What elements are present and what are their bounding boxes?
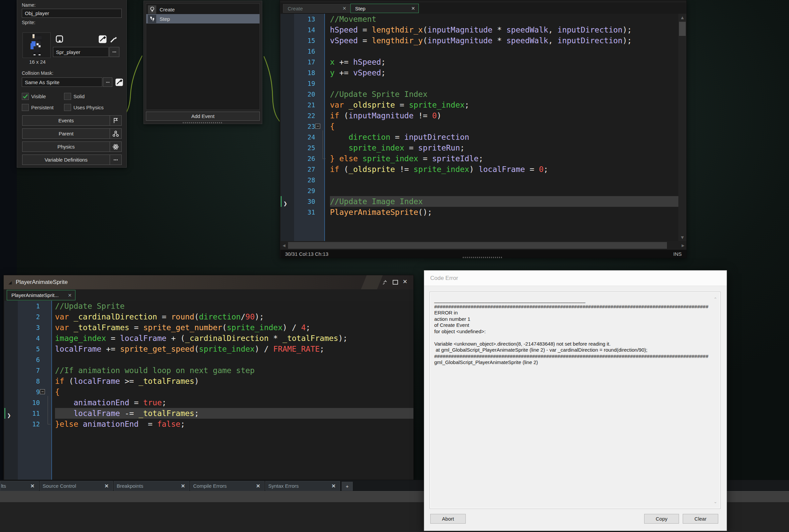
abort-button[interactable]: Abort bbox=[430, 514, 466, 524]
output-tab-syntax-errors[interactable]: Syntax Errors✕ bbox=[265, 481, 340, 491]
code-line-21[interactable]: 21var _oldsprite = sprite_index; bbox=[281, 99, 678, 110]
event-item-step[interactable]: Step bbox=[146, 14, 260, 23]
line-number[interactable]: 23 bbox=[281, 121, 320, 132]
panel-resize-grip[interactable] bbox=[183, 122, 223, 124]
code-line-16[interactable]: 16 bbox=[281, 46, 678, 57]
code-line-14[interactable]: 14hSpeed = lengthdir_x(inputMagnitude * … bbox=[281, 24, 678, 35]
line-number[interactable]: 27 bbox=[281, 164, 320, 175]
code-line-2[interactable]: 2var _cardinalDirection = round(directio… bbox=[4, 311, 413, 322]
code-line-12[interactable]: 12}else animationEnd = false; bbox=[4, 419, 413, 430]
vertical-scrollbar[interactable]: ▲ ▼ bbox=[678, 14, 687, 241]
code-line-8[interactable]: 8if (localFrame >= _totalFrames) bbox=[4, 376, 413, 386]
code-line-20[interactable]: 20//Update Sprite Index bbox=[281, 89, 678, 99]
code-line-15[interactable]: 15vSpeed = lengthdir_y(inputMagnitude * … bbox=[281, 35, 678, 46]
line-number[interactable]: 12 bbox=[4, 419, 44, 430]
object-name-input[interactable]: Obj_player bbox=[22, 9, 122, 18]
close-icon[interactable]: ✕ bbox=[342, 6, 346, 11]
sprite-name-field[interactable]: Spr_player bbox=[53, 47, 109, 57]
code-line-7[interactable]: 7//If animation would loop on next game … bbox=[4, 365, 413, 376]
code-line-6[interactable]: 6 bbox=[4, 354, 413, 365]
line-number[interactable]: 2 bbox=[4, 311, 44, 322]
line-number[interactable]: 15 bbox=[281, 35, 320, 46]
close-icon[interactable]: ✕ bbox=[104, 483, 109, 489]
line-number[interactable]: 10 bbox=[4, 397, 44, 408]
event-item-create[interactable]: Create bbox=[146, 5, 260, 14]
events-button[interactable]: Events bbox=[22, 115, 122, 126]
add-output-tab-button[interactable]: + bbox=[342, 482, 353, 491]
code-line-31[interactable]: 31PlayerAnimateSprite(); bbox=[281, 207, 678, 217]
code-line-3[interactable]: 3var _totalFrames = sprite_get_number(sp… bbox=[4, 322, 413, 333]
line-number[interactable]: 4 bbox=[4, 333, 44, 344]
line-number[interactable]: 11 bbox=[4, 408, 44, 419]
scrollbar-thumb[interactable] bbox=[288, 242, 667, 249]
line-number[interactable]: 30 bbox=[281, 196, 320, 207]
checkbox-visible[interactable]: Visible bbox=[22, 93, 46, 100]
line-number[interactable]: 25 bbox=[281, 142, 320, 153]
code-line-25[interactable]: 25 sprite_index = spriteRun; bbox=[281, 142, 678, 153]
line-number[interactable]: 3 bbox=[4, 322, 44, 333]
code-line-19[interactable]: 19 bbox=[281, 78, 678, 89]
line-number[interactable]: 20 bbox=[281, 89, 320, 99]
line-number[interactable]: 8 bbox=[4, 376, 44, 386]
code-line-29[interactable]: 29 bbox=[281, 185, 678, 196]
line-number[interactable]: 17 bbox=[281, 57, 320, 68]
close-icon[interactable]: ✕ bbox=[331, 483, 336, 489]
line-number[interactable]: 31 bbox=[281, 207, 320, 217]
line-number[interactable]: 28 bbox=[281, 175, 320, 185]
close-icon[interactable]: ✕ bbox=[30, 483, 35, 489]
output-tab-lts[interactable]: lts✕ bbox=[0, 481, 39, 491]
scroll-down-icon[interactable]: ▼ bbox=[678, 234, 687, 241]
collision-mask-edit-icon[interactable] bbox=[114, 77, 125, 88]
checkbox-uses-physics[interactable]: Uses Physics bbox=[64, 104, 104, 111]
fold-toggle-icon[interactable]: − bbox=[40, 389, 45, 394]
line-number[interactable]: 6 bbox=[4, 354, 44, 365]
scroll-down-icon[interactable]: ⌄ bbox=[714, 499, 717, 504]
line-number[interactable]: 21 bbox=[281, 99, 320, 110]
code-line-13[interactable]: 13//Movement bbox=[281, 14, 678, 24]
line-number[interactable]: 1 bbox=[4, 301, 44, 311]
close-icon[interactable]: ✕ bbox=[256, 483, 260, 489]
code-line-18[interactable]: 18y += vSpeed; bbox=[281, 68, 678, 78]
code-line-11[interactable]: ❯11 localFrame -= _totalFrames; bbox=[4, 408, 413, 419]
line-number[interactable]: 14 bbox=[281, 24, 320, 35]
checkbox-persistent[interactable]: Persistent bbox=[22, 104, 54, 111]
copy-button[interactable]: Copy bbox=[644, 514, 679, 524]
collision-mask-select[interactable]: Same As Sprite bbox=[22, 77, 102, 87]
clear-button[interactable]: Clear bbox=[683, 514, 718, 524]
maximize-icon[interactable] bbox=[393, 280, 398, 285]
code-line-22[interactable]: 22if (inputMagnitude != 0) bbox=[281, 110, 678, 121]
code-line-9[interactable]: 9−{ bbox=[4, 386, 413, 397]
code-line-28[interactable]: 28 bbox=[281, 175, 678, 185]
step-code-area[interactable]: 13//Movement14hSpeed = lengthdir_x(input… bbox=[281, 14, 678, 241]
line-number[interactable]: 16 bbox=[281, 46, 320, 57]
close-icon[interactable]: ✕ bbox=[68, 293, 72, 298]
horizontal-scrollbar[interactable]: ◀ ▶ bbox=[281, 241, 687, 250]
pin-icon[interactable] bbox=[382, 280, 387, 285]
code-line-30[interactable]: ❯30//Update Image Index bbox=[281, 196, 678, 207]
tab-playeranimatesprite[interactable]: PlayerAnimateSprit... ✕ bbox=[7, 290, 75, 300]
line-number[interactable]: 24 bbox=[281, 132, 320, 142]
checkbox-solid[interactable]: Solid bbox=[64, 93, 84, 100]
sprite-thumbnail-frame[interactable] bbox=[22, 33, 51, 58]
line-number[interactable]: 13 bbox=[281, 14, 320, 24]
tab-step[interactable]: Step ✕ bbox=[351, 4, 419, 13]
add-event-button[interactable]: Add Event bbox=[146, 112, 260, 121]
edit-image-icon[interactable] bbox=[97, 34, 108, 44]
line-number[interactable]: 9 bbox=[4, 386, 44, 397]
tab-create[interactable]: Create ✕ bbox=[283, 4, 350, 13]
sprite-picker-button[interactable] bbox=[109, 47, 119, 57]
edit-sprite-icon[interactable] bbox=[108, 34, 119, 44]
close-icon[interactable]: ✕ bbox=[181, 483, 185, 489]
code-line-1[interactable]: 1//Update Sprite bbox=[4, 301, 413, 311]
parent-button[interactable]: Parent bbox=[22, 128, 122, 139]
output-tab-compile-errors[interactable]: Compile Errors✕ bbox=[190, 481, 265, 491]
close-icon[interactable]: ✕ bbox=[403, 278, 408, 285]
scroll-left-icon[interactable]: ◀ bbox=[281, 241, 287, 250]
fold-toggle-icon[interactable]: − bbox=[315, 124, 320, 129]
line-number[interactable]: 19 bbox=[281, 78, 320, 89]
new-sprite-icon[interactable] bbox=[54, 34, 65, 45]
code-line-23[interactable]: 23−{ bbox=[281, 121, 678, 132]
physics-button[interactable]: Physics bbox=[22, 141, 122, 152]
code-line-17[interactable]: 17x += hSpeed; bbox=[281, 57, 678, 68]
code-line-10[interactable]: 10 animationEnd = true; bbox=[4, 397, 413, 408]
